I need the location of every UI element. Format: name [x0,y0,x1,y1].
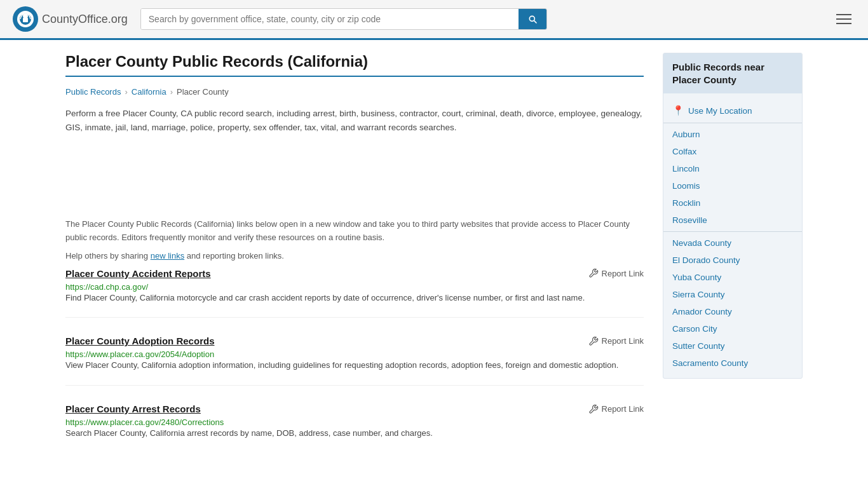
sidebar-city-item[interactable]: Loomis [663,177,802,194]
sidebar-county-item[interactable]: Carson City [663,320,802,337]
breadcrumb-current: Placer County [177,87,229,97]
info-pre: Help others by sharing [65,251,151,261]
record-entry: Placer County Adoption Records Report Li… [65,336,644,386]
report-link[interactable]: Report Link [588,404,644,414]
sidebar-county-link[interactable]: Nevada County [672,238,731,248]
sidebar-title: Public Records near Placer County [663,53,802,93]
breadcrumb-sep-2: › [170,87,173,97]
breadcrumb-sep-1: › [125,87,127,97]
record-url[interactable]: https://cad.chp.ca.gov/ [65,282,148,292]
info-text-2: Help others by sharing new links and rep… [65,250,644,263]
record-url[interactable]: https://www.placer.ca.gov/2480/Correctio… [65,417,224,427]
wrench-icon [588,336,599,346]
sidebar-cities: AuburnColfaxLincolnLoomisRocklinRosevill… [663,126,802,229]
new-links-link[interactable]: new links [151,251,184,261]
wrench-icon [588,268,599,278]
sidebar-county-item[interactable]: Sutter County [663,337,802,355]
sidebar-county-item[interactable]: Yuba County [663,269,802,286]
sidebar-divider-2 [663,231,802,232]
sidebar-city-item[interactable]: Auburn [663,126,802,143]
info-text-1: The Placer County Public Records (Califo… [65,218,644,245]
record-title[interactable]: Placer County Arrest Records [65,403,201,414]
sidebar-city-link[interactable]: Loomis [672,181,700,191]
logo-name: CountyOffice [42,13,108,25]
record-url[interactable]: https://www.placer.ca.gov/2054/Adoption [65,349,214,359]
sidebar-city-item[interactable]: Lincoln [663,160,802,177]
sidebar-county-link[interactable]: Sutter County [672,341,725,351]
logo-icon [13,6,38,32]
record-description: Search Placer County, California arrest … [65,427,644,440]
record-entry: Placer County Arrest Records Report Link… [65,403,644,453]
search-button[interactable] [519,9,546,29]
breadcrumb: Public Records › California › Placer Cou… [65,87,644,97]
sidebar-county-link[interactable]: Yuba County [672,273,721,282]
record-description: View Placer County, California adoption … [65,359,644,372]
sidebar-counties: Nevada CountyEl Dorado CountyYuba County… [663,234,802,372]
sidebar-county-item[interactable]: El Dorado County [663,252,802,269]
sidebar-city-item[interactable]: Colfax [663,143,802,160]
sidebar-county-link[interactable]: Amador County [672,307,732,316]
sidebar-box: Public Records near Placer County 📍 Use … [663,53,803,379]
sidebar-county-item[interactable]: Nevada County [663,234,802,252]
sidebar-county-link[interactable]: Carson City [672,324,717,334]
sidebar-county-item[interactable]: Amador County [663,303,802,320]
sidebar-city-item[interactable]: Rocklin [663,194,802,212]
sidebar-county-link[interactable]: Sierra County [672,290,725,299]
sidebar-city-link[interactable]: Rocklin [672,198,700,208]
sidebar-city-link[interactable]: Lincoln [672,164,700,173]
search-bar [140,8,547,30]
record-header: Placer County Accident Reports Report Li… [65,268,644,279]
sidebar-county-item[interactable]: Sacramento County [663,355,802,372]
record-description: Find Placer County, California motorcycl… [65,292,644,305]
sidebar: Public Records near Placer County 📍 Use … [663,53,803,471]
sidebar-county-link[interactable]: Sacramento County [672,358,748,368]
sidebar-county-link[interactable]: El Dorado County [672,255,740,265]
info-post: and reporting broken links. [184,251,284,261]
wrench-icon [588,404,599,414]
sidebar-city-link[interactable]: Roseville [672,215,707,225]
svg-rect-4 [23,18,28,22]
site-logo[interactable]: CountyOffice.org [13,6,128,32]
page-description: Perform a free Placer County, CA public … [65,107,644,134]
breadcrumb-public-records[interactable]: Public Records [65,87,121,97]
search-input[interactable] [141,9,519,29]
use-location-item[interactable]: 📍 Use My Location [663,100,802,120]
record-entry: Placer County Accident Reports Report Li… [65,268,644,318]
record-title[interactable]: Placer County Accident Reports [65,268,211,279]
sidebar-city-link[interactable]: Auburn [672,130,700,139]
location-pin-icon: 📍 [672,105,684,116]
page-title: Placer County Public Records (California… [65,53,644,77]
sidebar-city-item[interactable]: Roseville [663,212,802,229]
ad-area [65,144,644,208]
sidebar-city-link[interactable]: Colfax [672,147,696,156]
logo-suffix: .org [108,13,128,25]
record-header: Placer County Arrest Records Report Link [65,403,644,414]
site-header: CountyOffice.org [0,0,868,40]
main-wrapper: Placer County Public Records (California… [53,40,815,484]
report-link[interactable]: Report Link [588,336,644,346]
menu-button[interactable] [832,10,855,28]
report-link[interactable]: Report Link [588,268,644,278]
sidebar-divider-1 [663,123,802,123]
hamburger-icon [836,14,851,24]
sidebar-list: 📍 Use My Location AuburnColfaxLincolnLoo… [663,93,802,378]
record-title[interactable]: Placer County Adoption Records [65,336,214,346]
logo-text: CountyOffice.org [42,13,128,26]
record-header: Placer County Adoption Records Report Li… [65,336,644,346]
breadcrumb-california[interactable]: California [132,87,166,97]
records-container: Placer County Accident Reports Report Li… [65,268,644,453]
use-location-link[interactable]: Use My Location [688,106,752,116]
sidebar-county-item[interactable]: Sierra County [663,286,802,303]
search-icon [527,14,538,24]
content-area: Placer County Public Records (California… [65,53,644,471]
